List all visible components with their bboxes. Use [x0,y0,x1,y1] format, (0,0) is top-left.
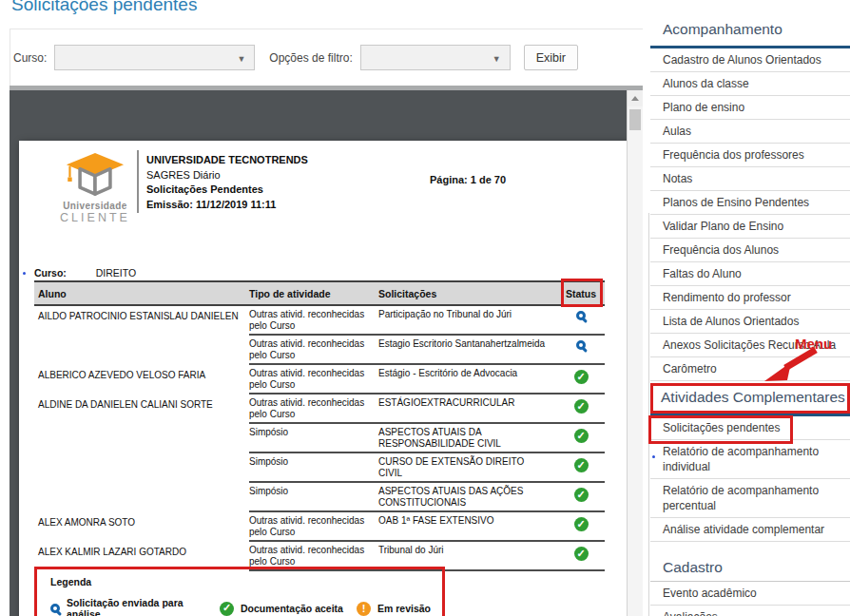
legend: Legenda Solicitação enviada para análise… [34,567,445,616]
legend-title: Legenda [50,576,442,587]
sidebar-item-faltas-do-aluno[interactable]: Faltas do Aluno [650,262,850,286]
check-icon [574,488,589,502]
sidebar-item-planos-ensino-pendentes[interactable]: Planos de Ensino Pendentes [650,191,850,215]
cell-tipo: Outras ativid. reconhecidas pelo Curso [249,397,378,419]
graduation-cap-icon [61,152,129,196]
cell-tipo: Simpósio [249,427,378,438]
scrollbar-up-button[interactable] [628,90,643,106]
col-header-tipo: Tipo de atividade [249,288,378,299]
cell-tipo: Simpósio [249,456,378,468]
legend-item: Documentação aceita [220,602,357,616]
check-icon [574,517,589,531]
cell-aluno: AILDO PATROCINIO ESTANISLAU DANIELEN [34,309,249,322]
cell-tipo: Outras ativid. reconhecidas pelo Curso [249,309,378,331]
cell-aluno [34,456,249,458]
atividades-list: Solicitações pendentes Relatório de acom… [650,416,850,542]
curso-select[interactable]: ▼ [54,45,255,70]
check-icon [574,370,589,384]
report-page: Universidade CLIENTE UNIVERSIDADE TECNOT… [19,141,628,616]
cell-tipo: Outras ativid. reconhecidas pelo Curso [249,368,378,390]
system-name: SAGRES Diário [146,168,308,183]
cell-tipo: Outras ativid. reconhecidas pelo Curso [249,338,378,360]
exibir-button[interactable]: Exibir [524,45,578,70]
filter-panel: Curso: ▼ Opções de filtro: ▼ Exibir [10,29,643,86]
sidebar-item-relatorio-percentual[interactable]: Relatório de acompanhamento percentual [650,479,850,518]
cell-aluno [34,486,249,488]
sidebar-item-cadastro-alunos-orientados[interactable]: Cadastro de Alunos Orientados [650,48,850,72]
check-icon [574,547,589,561]
sidebar-divider-line [648,213,649,616]
filter-options-select[interactable]: ▼ [360,45,511,70]
check-icon [574,458,589,472]
cell-solicitacao: Estagio Escritorio Santanahertzalmeida [378,338,557,350]
artifact-dot [652,455,655,458]
check-icon [574,429,589,443]
solicitacoes-table: Aluno Tipo de atividade Solicitações Sta… [34,280,605,571]
sidebar-section-atividades-complementares: Atividades Complementares [653,386,847,411]
legend-label: Documentação aceita [241,603,343,614]
viewer-scrollbar[interactable] [627,90,643,616]
check-icon [574,399,589,414]
legend-item: Em revisão [357,602,431,616]
cell-solicitacao: Estágio - Escritório de Advocacia [378,368,557,379]
sidebar-item-relatorio-individual[interactable]: Relatório de acompanhamento individual [650,440,850,479]
cell-solicitacao: ASPECTOS ATUAIS DAS AÇÕES CONSTITUCIONAI… [378,486,557,508]
table-row: ALEX AMONRA SOTO Outras ativid. reconhec… [34,512,605,542]
solicitacoes-pendentes-screen: Solicitações pendentes Curso: ▼ Opções d… [0,0,850,616]
sidebar-item-evento-academico[interactable]: Evento acadêmico [650,582,850,606]
col-header-aluno: Aluno [34,288,249,299]
sidebar-item-plano-de-ensino[interactable]: Plano de ensino [650,96,850,120]
cell-tipo: Simpósio [249,486,378,497]
warning-icon [357,602,371,616]
university-name: UNIVERSIDADE TECNOTRENDS [146,153,308,168]
logo-text-line1: Universidade [51,201,139,211]
emission-date: Emissão: 11/12/2019 11:11 [146,198,308,213]
report-title: Solicitações Pendentes [146,183,308,198]
sidebar-section-cadastro: Cadastro [650,559,850,582]
sidebar-item-rendimento-professor[interactable]: Rendimento do professor [650,286,850,310]
magnifier-icon[interactable] [576,311,586,320]
cell-solicitacao: Tribunal do Júri [378,545,557,556]
sidebar-item-notas[interactable]: Notas [650,167,850,191]
table-row: Simpósio CURSO DE EXTENSÃO DIREITO CIVIL [34,453,605,483]
sidebar-item-alunos-da-classe[interactable]: Alunos da classe [650,72,850,96]
col-header-solicitacoes: Solicitações [378,288,557,299]
header-divider [137,150,139,213]
sidebar-item-analise-atividade[interactable]: Análise atividade complementar [650,518,850,542]
cell-aluno: ALBERICO AZEVEDO VELOSO FARIA [34,368,249,381]
sidebar-item-solicitacoes-pendentes[interactable]: Solicitações pendentes [650,416,850,440]
sidebar-item-validar-plano-ensino[interactable]: Validar Plano de Ensino [650,215,850,239]
sidebar-item-frequencia-professores[interactable]: Frequência dos professores [650,144,850,167]
cell-aluno: ALEX AMONRA SOTO [34,515,249,529]
cell-aluno [34,427,249,429]
magnifier-icon[interactable] [576,340,586,350]
magnifier-icon [50,604,60,613]
sidebar-item-avaliacoes[interactable]: Avaliações [650,606,850,616]
viewer-top-bar [10,86,643,90]
status-highlight-box [561,279,603,307]
check-icon [220,602,234,616]
logo-text-line2: CLIENTE [51,211,139,224]
cadastro-list: Evento acadêmico Avaliações [650,582,850,616]
table-row: Outras ativid. reconhecidas pelo Curso E… [34,336,605,365]
cell-aluno: ALEX KALMIR LAZARI GOTARDO [34,545,249,558]
sidebar-menu: Acompanhamento Cadastro de Alunos Orient… [650,19,850,616]
table-row: ALDINE DA DANIELEN CALIANI SORTE Outras … [34,395,605,424]
cell-solicitacao: ASPECTOS ATUAIS DA RESPONSABILIDADE CIVI… [378,427,557,449]
legend-label: Solicitação enviada para análise [67,597,220,616]
triangle-up-icon [631,96,639,101]
sidebar-item-lista-alunos-orientados[interactable]: Lista de Alunos Orientados [650,310,850,334]
curso-label: Curso: [13,51,47,65]
artifact-dot [23,272,26,275]
table-row: ALBERICO AZEVEDO VELOSO FARIA Outras ati… [34,365,605,395]
sidebar-item-frequencia-alunos[interactable]: Frequência dos Alunos [650,239,850,262]
cell-solicitacao: CURSO DE EXTENSÃO DIREITO CIVIL [378,456,557,478]
cell-aluno [34,338,249,340]
chevron-down-icon: ▼ [237,54,245,64]
scrollbar-thumb[interactable] [629,109,641,130]
filtro-label: Opções de filtro: [269,51,352,65]
report-header-text: UNIVERSIDADE TECNOTRENDS SAGRES Diário S… [146,153,308,212]
sidebar-item-aulas[interactable]: Aulas [650,120,850,144]
table-row: AILDO PATROCINIO ESTANISLAU DANIELEN Out… [34,306,605,336]
report-viewer: Universidade CLIENTE UNIVERSIDADE TECNOT… [10,86,643,616]
